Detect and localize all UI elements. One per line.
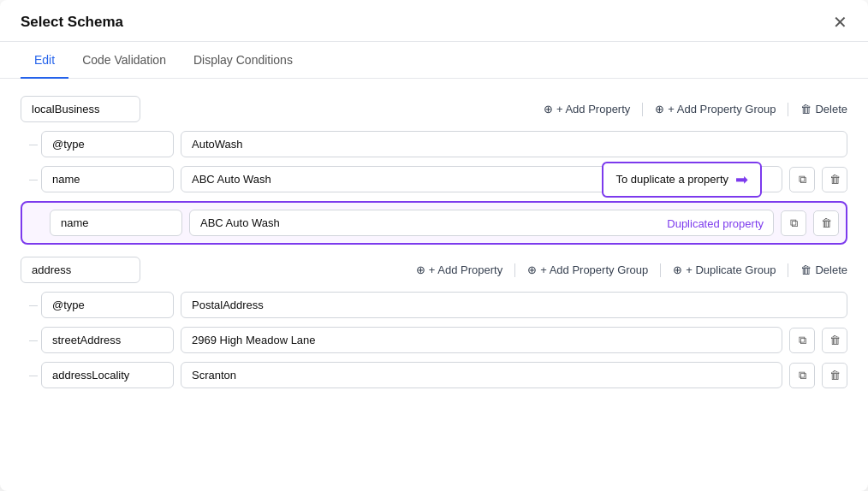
divider (642, 103, 643, 116)
sub-prop-key-type[interactable] (41, 292, 174, 318)
copy-property-button[interactable]: ⧉ (789, 167, 815, 192)
delete-locality-button[interactable]: 🗑 (822, 363, 847, 388)
prop-key-name-dup[interactable] (50, 210, 182, 236)
top-group-name-input[interactable] (21, 96, 140, 122)
copy-duplicated-button[interactable]: ⧉ (781, 210, 806, 236)
property-row-name: To duplicate a property ➡ ⧉ 🗑 (21, 166, 847, 192)
plus-circle-icon: ⊕ (544, 103, 553, 115)
prop-value-autowash[interactable] (181, 131, 847, 157)
divider-4 (660, 263, 661, 277)
delete-duplicated-button[interactable]: 🗑 (813, 210, 839, 236)
top-group-actions: ⊕ + Add Property ⊕ + Add Property Group … (544, 103, 847, 116)
plus-circle-icon-2: ⊕ (655, 103, 664, 115)
copy-street-button[interactable]: ⧉ (789, 328, 815, 353)
prop-value-abc-dup[interactable] (189, 210, 774, 236)
tabs-bar: Edit Code Validation Display Conditions (0, 42, 868, 79)
copy-icon-locality: ⧉ (799, 369, 806, 382)
sub-prop-key-street[interactable] (41, 327, 174, 353)
sub-prop-key-locality[interactable] (41, 362, 174, 388)
property-row-type (21, 131, 847, 157)
sub-group-address: ⊕ + Add Property ⊕ + Add Property Group … (21, 257, 847, 388)
callout-arrow-icon: ➡ (735, 170, 748, 189)
property-row-duplicated: Duplicated property ⧉ 🗑 (21, 201, 847, 245)
callout-text: To duplicate a property (615, 173, 728, 186)
sub-prop-value-street[interactable] (181, 327, 782, 353)
divider-5 (788, 263, 788, 277)
divider-2 (788, 103, 788, 116)
sub-delete-button[interactable]: 🗑 Delete (800, 263, 847, 276)
plus-circle-icon-4: ⊕ (527, 263, 537, 276)
sub-add-property-button[interactable]: ⊕ + Add Property (416, 263, 502, 276)
delete-street-button[interactable]: 🗑 (822, 328, 847, 353)
trash-icon-top: 🗑 (800, 103, 812, 115)
close-button[interactable]: ✕ (833, 14, 847, 41)
modal-title: Select Schema (21, 14, 123, 41)
sub-prop-row-type: PostalAddress (21, 292, 847, 318)
trash-icon-dup: 🗑 (821, 216, 832, 229)
trash-icon-street: 🗑 (829, 334, 841, 346)
modal-body: ⊕ + Add Property ⊕ + Add Property Group … (0, 79, 868, 414)
prop-key-name[interactable] (41, 166, 174, 192)
dup-value-wrapper: Duplicated property (189, 210, 774, 236)
delete-property-button[interactable]: 🗑 (822, 167, 847, 192)
copy-icon: ⧉ (799, 173, 806, 186)
sub-add-property-group-button[interactable]: ⊕ + Add Property Group (527, 263, 648, 276)
plus-circle-icon-3: ⊕ (416, 263, 425, 276)
top-group-delete-button[interactable]: 🗑 Delete (800, 103, 847, 115)
modal: Select Schema ✕ Edit Code Validation Dis… (0, 0, 868, 491)
sub-prop-row-street: ⧉ 🗑 (21, 327, 847, 353)
copy-icon-dup: ⧉ (790, 216, 798, 230)
sub-group-header: ⊕ + Add Property ⊕ + Add Property Group … (21, 257, 847, 283)
divider-3 (514, 263, 515, 277)
copy-icon-street: ⧉ (799, 334, 806, 347)
prop-key-type[interactable] (41, 131, 174, 157)
copy-locality-button[interactable]: ⧉ (789, 363, 815, 388)
modal-header: Select Schema ✕ (0, 0, 868, 42)
top-group-add-property-group-button[interactable]: ⊕ + Add Property Group (655, 103, 776, 115)
tab-edit[interactable]: Edit (21, 43, 68, 79)
tab-display-conditions[interactable]: Display Conditions (180, 43, 306, 79)
top-group-add-property-button[interactable]: ⊕ + Add Property (544, 103, 630, 115)
sub-group-actions: ⊕ + Add Property ⊕ + Add Property Group … (416, 263, 847, 277)
top-group-header: ⊕ + Add Property ⊕ + Add Property Group … (21, 96, 847, 122)
sub-prop-value-locality[interactable] (181, 362, 782, 388)
sub-prop-value-postal: PostalAddress (181, 292, 847, 318)
trash-icon-sub: 🗑 (800, 263, 812, 276)
tab-code-validation[interactable]: Code Validation (68, 43, 180, 79)
sub-prop-row-locality: ⧉ 🗑 (21, 362, 847, 388)
duplicate-callout: To duplicate a property ➡ (602, 162, 762, 198)
sub-group-name-input[interactable] (21, 257, 140, 283)
sub-duplicate-group-button[interactable]: ⊕ + Duplicate Group (673, 263, 776, 276)
plus-circle-icon-5: ⊕ (673, 263, 682, 276)
trash-icon: 🗑 (829, 173, 841, 186)
trash-icon-locality: 🗑 (829, 369, 841, 382)
